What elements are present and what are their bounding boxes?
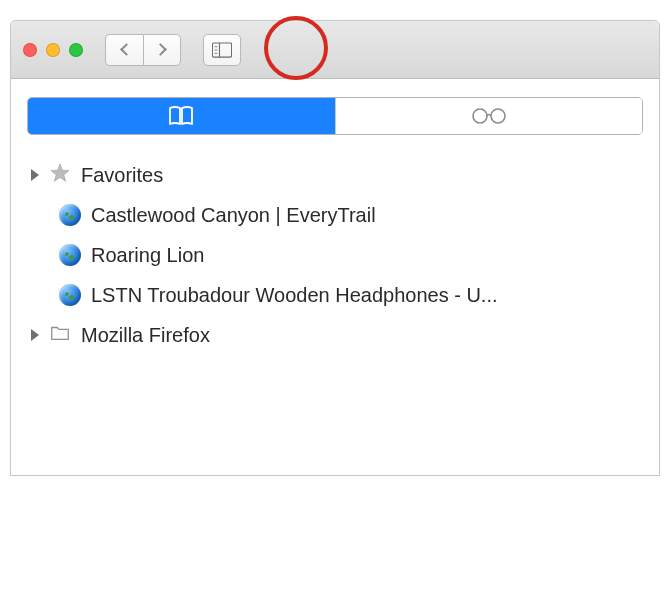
list-item-label: Roaring Lion [91,244,204,267]
sidebar-mode-segmented-control [27,97,643,135]
list-item-label: Castlewood Canyon | EveryTrail [91,204,376,227]
favorites-folder[interactable]: Favorites [27,155,643,195]
close-window-button[interactable] [23,43,37,57]
titlebar [11,21,659,79]
globe-icon [59,284,81,306]
bookmark-folder[interactable]: Mozilla Firefox [27,315,643,355]
bookmark-item[interactable]: Roaring Lion [27,235,643,275]
minimize-window-button[interactable] [46,43,60,57]
svg-point-5 [473,109,487,123]
folder-icon [49,322,71,349]
maximize-window-button[interactable] [69,43,83,57]
sidebar-icon [212,42,232,58]
globe-icon [59,204,81,226]
bookmark-item[interactable]: LSTN Troubadour Wooden Headphones - U... [27,275,643,315]
bookmark-list: Favorites Castlewood Canyon | EveryTrail… [27,155,643,355]
sidebar-toggle-button[interactable] [203,34,241,66]
list-item-label: Favorites [81,164,163,187]
chevron-left-icon [120,43,133,56]
svg-point-6 [491,109,505,123]
globe-icon [59,244,81,266]
tab-reading-list[interactable] [335,98,643,134]
chevron-right-icon [154,43,167,56]
star-icon [49,162,71,189]
sidebar-panel: Favorites Castlewood Canyon | EveryTrail… [11,79,659,475]
browser-window: Favorites Castlewood Canyon | EveryTrail… [10,20,660,476]
disclosure-triangle-icon[interactable] [31,329,39,341]
tab-bookmarks[interactable] [28,98,335,134]
forward-button[interactable] [143,34,181,66]
back-button[interactable] [105,34,143,66]
nav-buttons [105,34,181,66]
list-item-label: Mozilla Firefox [81,324,210,347]
window-controls [23,43,83,57]
bookmark-item[interactable]: Castlewood Canyon | EveryTrail [27,195,643,235]
list-item-label: LSTN Troubadour Wooden Headphones - U... [91,284,498,307]
book-icon [166,105,196,127]
disclosure-triangle-icon[interactable] [31,169,39,181]
glasses-icon [469,106,509,126]
